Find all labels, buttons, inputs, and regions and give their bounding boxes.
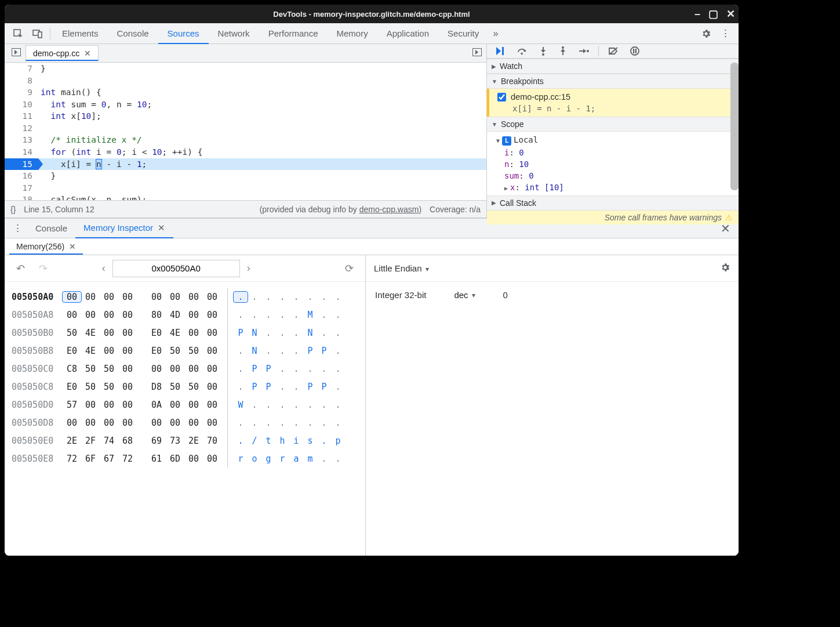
warning-icon: ⚠: [725, 213, 733, 222]
tab-security[interactable]: Security: [438, 23, 488, 44]
svg-point-7: [542, 53, 544, 56]
debugger-pane: ▶Watch ▼Breakpoints demo-cpp.cc:15 x[i] …: [487, 44, 739, 218]
panel-tabs: ElementsConsoleSourcesNetworkPerformance…: [5, 23, 739, 44]
kebab-menu-icon[interactable]: ⋮: [716, 24, 735, 43]
maximize-icon[interactable]: ▢: [708, 8, 718, 20]
breakpoint-checkbox[interactable]: [497, 93, 506, 102]
tab-application[interactable]: Application: [377, 23, 438, 44]
coverage-status: Coverage: n/a: [430, 205, 481, 214]
debug-info-source: (provided via debug info by demo-cpp.was…: [260, 205, 421, 214]
scope-var-x[interactable]: ▶x: int [10]: [494, 182, 739, 193]
hex-viewer[interactable]: 005050A00000000000000000........005050A8…: [5, 282, 365, 556]
value-format-select[interactable]: dec▾: [454, 290, 475, 300]
console-tab[interactable]: Console: [27, 219, 75, 238]
wasm-link[interactable]: demo-cpp.wasm: [359, 205, 419, 214]
resume-icon[interactable]: [490, 44, 510, 58]
breakpoint-location: demo-cpp.cc:15: [511, 92, 570, 102]
drawer-menu-icon[interactable]: ⋮: [8, 220, 27, 237]
breakpoint-item[interactable]: demo-cpp.cc:15 x[i] = n - i - 1;: [487, 89, 739, 117]
svg-rect-13: [635, 49, 637, 53]
memory-tab[interactable]: Memory(256) ✕: [9, 238, 83, 255]
minimize-icon[interactable]: –: [694, 8, 700, 20]
more-tabs-icon[interactable]: »: [488, 24, 503, 43]
pretty-print-icon[interactable]: {}: [10, 205, 16, 214]
undo-icon[interactable]: ↶: [12, 260, 30, 277]
inspect-icon[interactable]: [8, 25, 28, 42]
deactivate-breakpoints-icon[interactable]: [603, 44, 623, 58]
scope-section-header[interactable]: ▼Scope: [487, 117, 739, 132]
tab-memory[interactable]: Memory: [328, 23, 377, 44]
close-icon[interactable]: ✕: [726, 8, 735, 20]
close-file-tab-icon[interactable]: ✕: [84, 49, 91, 58]
scope-var-i: i: 0: [494, 147, 739, 158]
pause-on-exceptions-icon[interactable]: [626, 44, 644, 58]
tab-network[interactable]: Network: [209, 23, 259, 44]
next-page-icon[interactable]: ›: [242, 260, 255, 277]
tab-console[interactable]: Console: [108, 23, 158, 44]
cursor-position: Line 15, Column 12: [24, 205, 94, 214]
scope-var-n: n: 10: [494, 158, 739, 170]
svg-rect-5: [502, 47, 504, 55]
step-icon[interactable]: [574, 45, 594, 57]
scope-var-sum: sum: 0: [494, 170, 739, 182]
tab-sources[interactable]: Sources: [158, 23, 209, 44]
svg-point-8: [562, 46, 564, 49]
svg-point-11: [631, 47, 639, 55]
scrollbar[interactable]: [730, 63, 739, 190]
tab-performance[interactable]: Performance: [259, 23, 328, 44]
code-editor[interactable]: 7}89int main() {10 int sum = 0, n = 10;1…: [5, 63, 486, 200]
breakpoint-code: x[i] = n - i - 1;: [497, 102, 733, 113]
memory-inspector-tab[interactable]: Memory Inspector ✕: [75, 219, 173, 238]
svg-rect-2: [38, 32, 42, 38]
tab-elements[interactable]: Elements: [53, 23, 108, 44]
value-type-label: Integer 32-bit: [375, 290, 426, 300]
interpreter-settings-icon[interactable]: [720, 262, 730, 274]
svg-point-9: [587, 50, 589, 52]
callstack-section-header[interactable]: ▶Call Stack: [487, 195, 739, 211]
refresh-icon[interactable]: ⟳: [340, 260, 358, 277]
close-memory-tab-icon[interactable]: ✕: [69, 242, 76, 251]
file-tab-label: demo-cpp.cc: [33, 49, 79, 58]
window-title: DevTools - memory-inspector.glitch.me/de…: [273, 10, 470, 19]
device-toggle-icon[interactable]: [28, 25, 48, 42]
svg-rect-12: [633, 49, 634, 53]
window-titlebar: DevTools - memory-inspector.glitch.me/de…: [5, 5, 739, 23]
breakpoints-section-header[interactable]: ▼Breakpoints: [487, 74, 739, 89]
close-tab-icon[interactable]: ✕: [158, 218, 165, 238]
interpreted-value: 0: [503, 290, 508, 300]
file-tab[interactable]: demo-cpp.cc ✕: [26, 45, 99, 61]
navigator-toggle-icon[interactable]: [7, 46, 26, 60]
settings-gear-icon[interactable]: [696, 25, 716, 42]
endianness-select[interactable]: Little Endian▾: [374, 263, 429, 273]
step-over-icon[interactable]: [512, 44, 532, 58]
watch-section-header[interactable]: ▶Watch: [487, 59, 739, 74]
svg-point-6: [521, 53, 523, 55]
step-into-icon[interactable]: [534, 44, 552, 58]
debugger-toggle-icon[interactable]: [468, 46, 486, 60]
callstack-warning: Some call frames have warnings⚠: [487, 211, 739, 224]
redo-icon[interactable]: ↷: [34, 260, 52, 277]
address-input[interactable]: [112, 260, 240, 277]
step-out-icon[interactable]: [554, 44, 572, 58]
prev-page-icon[interactable]: ‹: [97, 260, 110, 277]
